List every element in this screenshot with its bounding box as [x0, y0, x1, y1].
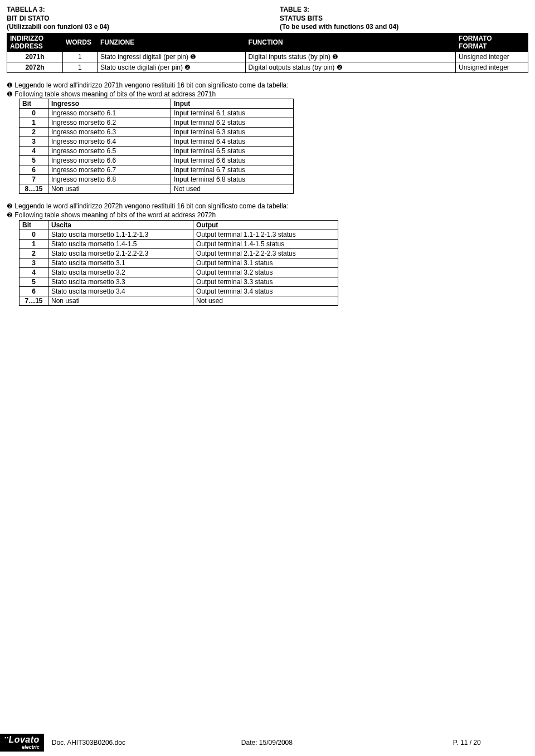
hdr-funzione: FUNZIONE: [97, 33, 245, 51]
cell-it: Ingresso morsetto 6.8: [48, 175, 171, 184]
cell-en: Output terminal 2.1-2.2-2.3 status: [193, 248, 338, 258]
table-row: 3Ingresso morsetto 6.4Input terminal 6.4…: [20, 137, 294, 147]
cell-en: Input terminal 6.4 status: [171, 137, 294, 147]
cell-bit: 0: [20, 230, 48, 239]
it-func: (Utilizzabili con funzioni 03 e 04): [7, 23, 280, 32]
cell-bit: 6: [20, 165, 48, 175]
cell-function: Digital outputs status (by pin) ❷: [245, 62, 455, 72]
logo: ▪▪Lovato electric: [0, 734, 44, 752]
hdr-ingresso: Ingresso: [48, 99, 171, 109]
cell-bit: 4: [20, 147, 48, 156]
cell-en: Input terminal 6.6 status: [171, 156, 294, 165]
table-row: 7Ingresso morsetto 6.8Input terminal 6.8…: [20, 175, 294, 184]
cell-en: Output terminal 3.3 status: [193, 277, 338, 286]
table-header-row: Bit Uscita Output: [20, 220, 338, 230]
cell-it: Ingresso morsetto 6.5: [48, 147, 171, 156]
table-row: 1Ingresso morsetto 6.2Input terminal 6.2…: [20, 118, 294, 128]
cell-it: Stato uscita morsetto 3.3: [48, 277, 193, 286]
cell-bit: 3: [20, 258, 48, 267]
cell-function: Digital inputs status (by pin) ❶: [245, 51, 455, 62]
page-footer: ▪▪Lovato electric Doc. AHIT303B0206.doc …: [0, 734, 535, 752]
table-row: 5Stato uscita morsetto 3.3Output termina…: [20, 277, 338, 286]
cell-bit: 4: [20, 267, 48, 277]
en-func: (To be used with functions 03 and 04): [280, 23, 528, 32]
cell-it: Stato uscita morsetto 3.2: [48, 267, 193, 277]
table-row: 5Ingresso morsetto 6.6Input terminal 6.6…: [20, 156, 294, 165]
table-row: 6Ingresso morsetto 6.7Input terminal 6.7…: [20, 165, 294, 175]
cell-en: Input terminal 6.2 status: [171, 118, 294, 128]
hdr-bit: Bit: [20, 220, 48, 230]
cell-it: Stato uscita morsetto 1.1-1.2-1.3: [48, 230, 193, 239]
main-table: INDIRIZZOADDRESS WORDS FUNZIONE FUNCTION…: [7, 33, 528, 73]
table-row: 2072h 1 Stato uscite digitali (per pin) …: [7, 62, 528, 72]
cell-it: Stato uscita morsetto 2.1-2.2-2.3: [48, 248, 193, 258]
table-titles: TABELLA 3: BIT DI STATO (Utilizzabili co…: [7, 6, 528, 32]
cell-en: Input terminal 6.5 status: [171, 147, 294, 156]
bits-table-1: Bit Ingresso Input 0Ingresso morsetto 6.…: [19, 99, 294, 194]
cell-words: 1: [62, 62, 97, 72]
table-row: 4Stato uscita morsetto 3.2Output termina…: [20, 267, 338, 277]
cell-funzione: Stato uscite digitali (per pin) ❷: [97, 62, 245, 72]
table-header-row: INDIRIZZOADDRESS WORDS FUNZIONE FUNCTION…: [7, 33, 528, 51]
cell-en: Output terminal 3.2 status: [193, 267, 338, 277]
cell-it: Ingresso morsetto 6.7: [48, 165, 171, 175]
note-2-en: ❷ Following table shows meaning of bits …: [7, 211, 528, 220]
table-row: 4Ingresso morsetto 6.5Input terminal 6.5…: [20, 147, 294, 156]
hdr-words: WORDS: [62, 33, 97, 51]
cell-it: Ingresso morsetto 6.3: [48, 128, 171, 137]
table-row: 7…15Non usatiNot used: [20, 296, 338, 305]
note-1-it: ❶ Leggendo le word all'indirizzo 2071h v…: [7, 81, 528, 90]
cell-bit: 3: [20, 137, 48, 147]
cell-it: Stato uscita morsetto 3.4: [48, 286, 193, 296]
cell-en: Not used: [193, 296, 338, 305]
page-number: P. 11 / 20: [453, 739, 535, 747]
cell-format: Unsigned integer: [456, 51, 528, 62]
cell-bit: 7: [20, 175, 48, 184]
cell-it: Ingresso morsetto 6.4: [48, 137, 171, 147]
note-2: ❷ Leggendo le word all'indirizzo 2072h v…: [7, 202, 528, 220]
doc-name: Doc. AHIT303B0206.doc: [52, 739, 241, 747]
hdr-output: Output: [193, 220, 338, 230]
doc-date: Date: 15/09/2008: [241, 739, 453, 747]
note-1-en: ❶ Following table shows meaning of bits …: [7, 90, 528, 99]
cell-en: Output terminal 3.4 status: [193, 286, 338, 296]
cell-bit: 2: [20, 248, 48, 258]
cell-bit: 6: [20, 286, 48, 296]
en-subtitle: STATUS BITS: [280, 14, 528, 23]
cell-addr: 2071h: [7, 51, 63, 62]
hdr-bit: Bit: [20, 99, 48, 109]
cell-bit: 1: [20, 239, 48, 248]
cell-addr: 2072h: [7, 62, 63, 72]
bits-table-2: Bit Uscita Output 0Stato uscita morsetto…: [19, 220, 338, 306]
hdr-function: FUNCTION: [245, 33, 455, 51]
cell-en: Input terminal 6.3 status: [171, 128, 294, 137]
cell-en: Output terminal 1.4-1.5 status: [193, 239, 338, 248]
hdr-input: Input: [171, 99, 294, 109]
cell-bit: 1: [20, 118, 48, 128]
table-row: 8…15Non usatiNot used: [20, 184, 294, 194]
table-row: 6Stato uscita morsetto 3.4Output termina…: [20, 286, 338, 296]
it-title: TABELLA 3:: [7, 6, 280, 14]
cell-it: Stato uscita morsetto 3.1: [48, 258, 193, 267]
table-header-row: Bit Ingresso Input: [20, 99, 294, 109]
note-2-it: ❷ Leggendo le word all'indirizzo 2072h v…: [7, 202, 528, 211]
cell-it: Non usati: [48, 296, 193, 305]
hdr-address: INDIRIZZOADDRESS: [7, 33, 63, 51]
table-row: 2Stato uscita morsetto 2.1-2.2-2.3Output…: [20, 248, 338, 258]
table-row: 0Stato uscita morsetto 1.1-1.2-1.3Output…: [20, 230, 338, 239]
cell-bit: 0: [20, 109, 48, 118]
table-row: 2071h 1 Stato ingressi digitali (per pin…: [7, 51, 528, 62]
cell-it: Non usati: [48, 184, 171, 194]
cell-en: Output terminal 3.1 status: [193, 258, 338, 267]
cell-en: Input terminal 6.1 status: [171, 109, 294, 118]
cell-en: Output terminal 1.1-1.2-1.3 status: [193, 230, 338, 239]
hdr-uscita: Uscita: [48, 220, 193, 230]
table-row: 1Stato uscita morsetto 1.4-1.5Output ter…: [20, 239, 338, 248]
cell-bit: 2: [20, 128, 48, 137]
table-row: 2Ingresso morsetto 6.3Input terminal 6.3…: [20, 128, 294, 137]
cell-it: Ingresso morsetto 6.6: [48, 156, 171, 165]
cell-en: Not used: [171, 184, 294, 194]
cell-bit: 5: [20, 156, 48, 165]
cell-it: Stato uscita morsetto 1.4-1.5: [48, 239, 193, 248]
cell-bit: 5: [20, 277, 48, 286]
